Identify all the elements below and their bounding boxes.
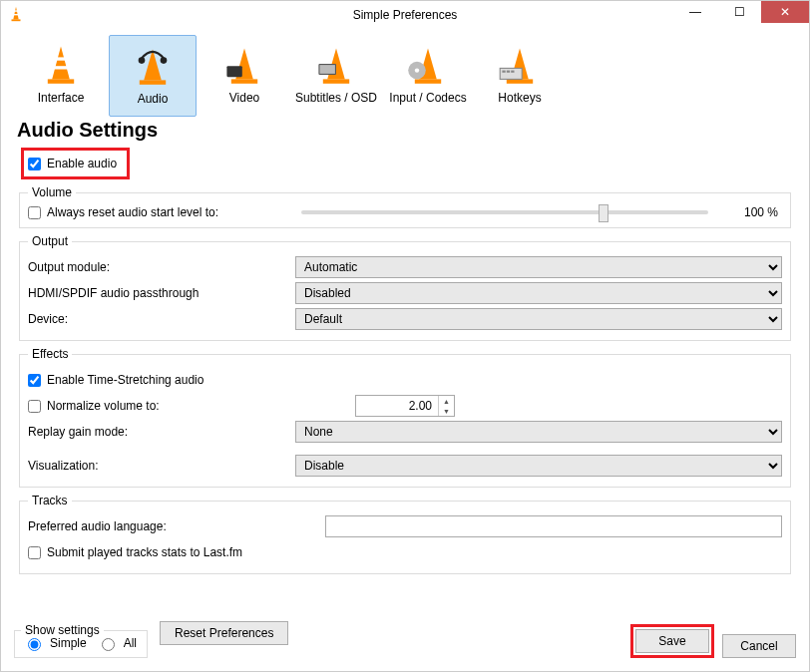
maximize-button[interactable]: ☐ <box>717 1 761 23</box>
always-reset-input[interactable] <box>28 206 41 219</box>
visualization-select[interactable]: Disable <box>295 455 782 477</box>
category-audio[interactable]: Audio <box>109 35 197 117</box>
page-title: Audio Settings <box>1 117 809 148</box>
cone-icon <box>36 39 86 89</box>
category-label: Interface <box>38 91 85 105</box>
device-select[interactable]: Default <box>295 308 782 330</box>
svg-rect-2 <box>14 14 19 15</box>
category-label: Input / Codecs <box>389 91 466 105</box>
svg-rect-28 <box>511 71 514 73</box>
lastfm-checkbox[interactable]: Submit played tracks stats to Last.fm <box>28 545 242 559</box>
effects-group: Effects Enable Time-Stretching audio Nor… <box>19 347 791 488</box>
cone-headphone-icon <box>128 40 178 90</box>
output-module-label: Output module: <box>28 260 287 274</box>
replay-gain-select[interactable]: None <box>295 421 782 443</box>
slider-thumb[interactable] <box>599 204 608 222</box>
svg-marker-4 <box>52 46 70 79</box>
device-label: Device: <box>28 312 287 326</box>
volume-legend: Volume <box>28 185 76 199</box>
always-reset-label: Always reset audio start level to: <box>47 205 218 219</box>
always-reset-checkbox[interactable]: Always reset audio start level to: <box>28 205 287 219</box>
preferred-lang-input[interactable] <box>325 515 782 537</box>
svg-rect-13 <box>231 79 257 83</box>
svg-rect-6 <box>54 66 67 69</box>
svg-point-11 <box>161 57 168 64</box>
svg-marker-0 <box>13 7 18 20</box>
radio-all-label: All <box>124 636 137 650</box>
effects-legend: Effects <box>28 347 72 361</box>
timestretch-input[interactable] <box>28 374 41 387</box>
category-label: Video <box>229 91 259 105</box>
radio-all-input[interactable] <box>102 638 115 651</box>
minimize-button[interactable]: — <box>673 1 717 23</box>
cone-film-icon <box>219 39 269 89</box>
svg-point-22 <box>415 68 419 72</box>
replay-gain-label: Replay gain mode: <box>28 425 287 439</box>
category-label: Audio <box>138 92 169 106</box>
svg-rect-24 <box>507 79 533 83</box>
volume-group: Volume Always reset audio start level to… <box>19 185 791 228</box>
radio-simple-label: Simple <box>50 636 87 650</box>
category-input-codecs[interactable]: Input / Codecs <box>384 35 472 117</box>
category-label: Subtitles / OSD <box>295 91 377 105</box>
titlebar: Simple Preferences — ☐ ✕ <box>1 1 809 29</box>
volume-value: 100 % <box>722 205 782 219</box>
category-interface[interactable]: Interface <box>17 35 105 117</box>
lastfm-label: Submit played tracks stats to Last.fm <box>47 545 242 559</box>
show-settings-legend: Show settings <box>21 623 104 637</box>
radio-simple-input[interactable] <box>28 638 41 651</box>
save-button[interactable]: Save <box>635 629 709 653</box>
normalize-value: 2.00 <box>356 399 438 413</box>
output-group: Output Output module: Automatic HDMI/SPD… <box>19 234 791 341</box>
lastfm-input[interactable] <box>28 546 41 559</box>
svg-rect-25 <box>500 68 522 79</box>
timestretch-label: Enable Time-Stretching audio <box>47 373 203 387</box>
category-toolbar: Interface Audio Video Subtitles / OSD In… <box>1 29 809 117</box>
category-hotkeys[interactable]: Hotkeys <box>476 35 564 117</box>
preferred-lang-label: Preferred audio language: <box>28 519 317 533</box>
normalize-checkbox[interactable]: Normalize volume to: <box>28 399 347 413</box>
hdmi-passthrough-select[interactable]: Disabled <box>295 282 782 304</box>
output-module-select[interactable]: Automatic <box>295 256 782 278</box>
svg-rect-9 <box>140 80 166 84</box>
svg-rect-27 <box>507 71 510 73</box>
svg-rect-16 <box>323 79 349 83</box>
cancel-button[interactable]: Cancel <box>722 634 796 658</box>
svg-rect-14 <box>226 66 241 77</box>
enable-audio-input[interactable] <box>28 158 41 170</box>
cone-disc-icon <box>403 39 453 89</box>
enable-audio-label: Enable audio <box>47 157 117 170</box>
svg-rect-1 <box>14 10 18 11</box>
radio-all[interactable]: All <box>97 635 137 651</box>
tracks-group: Tracks Preferred audio language: Submit … <box>19 494 791 574</box>
svg-rect-3 <box>12 19 21 21</box>
show-settings-group: Show settings Simple All <box>14 630 148 658</box>
reset-preferences-button[interactable]: Reset Preferences <box>160 621 288 645</box>
volume-slider[interactable] <box>301 210 708 214</box>
category-label: Hotkeys <box>498 91 541 105</box>
close-button[interactable]: ✕ <box>761 1 809 23</box>
svg-point-10 <box>139 57 146 64</box>
category-video[interactable]: Video <box>201 35 288 117</box>
svg-rect-5 <box>57 57 66 60</box>
cone-keyboard-icon <box>495 39 545 89</box>
spinner-arrows[interactable]: ▲▼ <box>438 396 454 416</box>
svg-rect-20 <box>415 79 441 83</box>
window-controls: — ☐ ✕ <box>673 1 809 23</box>
svg-rect-18 <box>320 65 335 74</box>
enable-audio-highlight: Enable audio <box>21 148 130 179</box>
enable-audio-checkbox[interactable]: Enable audio <box>28 157 117 170</box>
visualization-label: Visualization: <box>28 459 287 473</box>
hdmi-passthrough-label: HDMI/SPDIF audio passthrough <box>28 286 287 300</box>
normalize-input[interactable] <box>28 400 41 413</box>
timestretch-checkbox[interactable]: Enable Time-Stretching audio <box>28 373 203 387</box>
cone-board-icon <box>311 39 361 89</box>
output-legend: Output <box>28 234 72 248</box>
normalize-label: Normalize volume to: <box>47 399 160 413</box>
radio-simple[interactable]: Simple <box>23 635 87 651</box>
save-highlight: Save <box>630 624 714 658</box>
normalize-spinner[interactable]: 2.00 ▲▼ <box>355 395 455 417</box>
category-subtitles[interactable]: Subtitles / OSD <box>292 35 380 117</box>
vlc-app-icon <box>7 5 27 25</box>
bottom-bar: Show settings Simple All Reset Preferenc… <box>0 610 810 672</box>
